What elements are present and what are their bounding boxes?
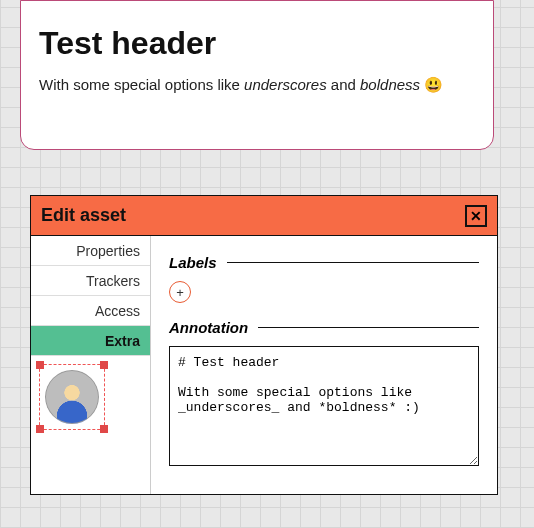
preview-text: With some special options like [39,76,244,93]
preview-text-mid: and [327,76,360,93]
labels-section-header: Labels [169,254,479,271]
annotation-section-header: Annotation [169,319,479,336]
close-button[interactable]: ✕ [465,205,487,227]
annotation-textarea[interactable] [169,346,479,466]
close-icon: ✕ [470,208,482,224]
preview-underscores: underscores [244,76,327,93]
avatar-container [31,356,150,438]
tab-properties[interactable]: Properties [31,236,150,266]
dialog-titlebar: Edit asset ✕ [31,196,497,236]
preview-body: With some special options like underscor… [39,76,475,94]
add-label-button[interactable]: + [169,281,191,303]
edit-asset-dialog: Edit asset ✕ Properties Trackers Access … [30,195,498,495]
annotation-heading: Annotation [169,319,248,336]
preview-card: Test header With some special options li… [20,0,494,150]
dialog-title: Edit asset [41,205,126,226]
divider [227,262,479,263]
tab-trackers[interactable]: Trackers [31,266,150,296]
preview-title: Test header [39,25,475,62]
dialog-body: Properties Trackers Access Extra Labels … [31,236,497,494]
tab-list: Properties Trackers Access Extra [31,236,151,494]
panel-extra: Labels + Annotation [151,236,497,494]
avatar-icon [45,370,99,424]
tab-access[interactable]: Access [31,296,150,326]
preview-boldness: boldness [360,76,420,93]
tab-extra[interactable]: Extra [31,326,150,356]
avatar-selection-box[interactable] [39,364,105,430]
smile-emoji-icon: 😃 [424,76,443,93]
labels-heading: Labels [169,254,217,271]
divider [258,327,479,328]
